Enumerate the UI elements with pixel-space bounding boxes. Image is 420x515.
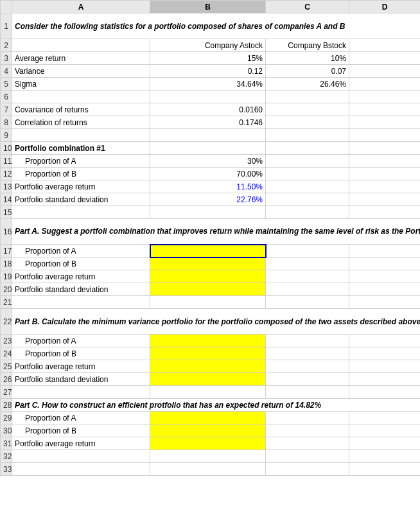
r21-d [349,296,421,309]
row-num-15: 15 [1,206,12,219]
r4-a: Variance [12,65,150,78]
row-num-27: 27 [1,386,12,399]
r2-c: Company Bstock [266,39,349,52]
r23-b[interactable] [150,335,266,347]
row-num-12: 12 [1,168,12,180]
r31-b[interactable] [150,437,266,450]
r12-c [266,168,349,180]
row-num-1: 1 [1,13,12,39]
r27-c [266,386,349,399]
col-d-header: D [349,1,421,13]
r23-d [349,335,421,347]
row-num-13: 13 [1,180,12,193]
r4-c: 0.07 [266,65,349,78]
r10-d [349,142,421,155]
r8-d [349,116,421,129]
r28-title: Part C. How to construct an efficient pr… [12,399,421,412]
r21-c [266,296,349,309]
r5-c: 26.46% [266,78,349,91]
table-row: 12 Proportion of B 70.00% [1,168,421,180]
r13-b: 11.50% [150,180,266,193]
table-row: 33 [1,463,421,476]
row-num-5: 5 [1,78,12,91]
r3-b: 15% [150,52,266,65]
r18-b[interactable] [150,258,266,270]
r5-b: 34.64% [150,78,266,91]
r21-b [150,296,266,309]
r30-a: Proportion of B [12,424,150,437]
table-row: 13 Portfolio average return 11.50% [1,180,421,193]
r9-b [150,129,266,142]
r32-b [150,450,266,463]
r19-d [349,270,421,283]
r17-b-active[interactable] [150,245,266,258]
r17-a: Proportion of A [12,245,150,258]
r30-c [266,424,349,437]
table-row: 23 Proportion of A [1,335,421,347]
corner-cell [1,1,12,13]
r26-d [349,373,421,386]
row-num-6: 6 [1,91,12,103]
r14-a: Portfolio standard deviation [12,193,150,206]
row-num-19: 19 [1,270,12,283]
r16-title: Part A. Suggest a portfoli combination t… [12,219,421,245]
r32-c [266,450,349,463]
row-num-32: 32 [1,450,12,463]
col-c-header: C [266,1,349,13]
r33-d [349,463,421,476]
row-num-25: 25 [1,360,12,373]
r30-b[interactable] [150,424,266,437]
table-row: 3 Average return 15% 10% [1,52,421,65]
r19-b[interactable] [150,270,266,283]
r33-c [266,463,349,476]
row-num-3: 3 [1,52,12,65]
r25-c [266,360,349,373]
r6-c [266,91,349,103]
r31-c [266,437,349,450]
r5-d [349,78,421,91]
r26-c [266,373,349,386]
r29-c [266,412,349,424]
table-row: 8 Correlation of returns 0.1746 [1,116,421,129]
r7-b: 0.0160 [150,103,266,116]
r29-a: Proportion of A [12,412,150,424]
row-num-31: 31 [1,437,12,450]
r4-b: 0.12 [150,65,266,78]
col-a-header: A [12,1,150,13]
r10-b [150,142,266,155]
row-num-21: 21 [1,296,12,309]
r25-b[interactable] [150,360,266,373]
r11-c [266,155,349,168]
r20-b[interactable] [150,283,266,296]
r17-c [266,245,349,258]
row-num-14: 14 [1,193,12,206]
r13-a: Portfolio average return [12,180,150,193]
r24-a: Proportion of B [12,347,150,360]
r6-b [150,91,266,103]
r29-b[interactable] [150,412,266,424]
row-num-18: 18 [1,258,12,270]
row-num-10: 10 [1,142,12,155]
r23-c [266,335,349,347]
column-header-row: A B C D [1,1,421,13]
r26-b[interactable] [150,373,266,386]
table-row: 27 [1,386,421,399]
r3-c: 10% [266,52,349,65]
table-row: 14 Portfolio standard deviation 22.76% [1,193,421,206]
row-num-4: 4 [1,65,12,78]
r27-a [12,386,150,399]
r24-b[interactable] [150,347,266,360]
r22-title: Part B. Calculate the minimum variance p… [12,309,421,335]
r18-a: Proportion of B [12,258,150,270]
r25-a: Portfolio average return [12,360,150,373]
table-row: 18 Proportion of B [1,258,421,270]
r17-d [349,245,421,258]
r33-b [150,463,266,476]
r13-c [266,180,349,193]
r20-d [349,283,421,296]
table-row: 32 [1,450,421,463]
r27-b [150,386,266,399]
r14-b: 22.76% [150,193,266,206]
row-num-24: 24 [1,347,12,360]
r2-b: Company Astock [150,39,266,52]
